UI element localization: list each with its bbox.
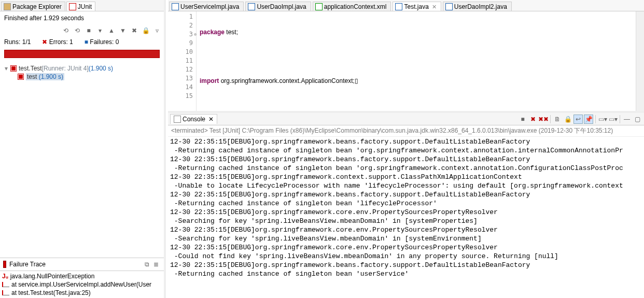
- scroll-lock-button[interactable]: 🔒: [563, 115, 572, 124]
- show-failures-button[interactable]: ✖: [130, 26, 139, 35]
- console-output[interactable]: 12-30 22:35:15[DEBUG]org.springframework…: [168, 137, 644, 298]
- tree-time: (1.900 s): [89, 65, 113, 72]
- trace-line[interactable]: Jᵤjava.lang.NullPointerException: [0, 272, 164, 280]
- rerun-failed-button[interactable]: ⟲: [73, 26, 82, 35]
- java-icon: [248, 3, 255, 10]
- tree-label: test.Test: [19, 65, 42, 72]
- remove-all-button[interactable]: ✖✖: [539, 115, 548, 124]
- view-tab-junit[interactable]: JUnit: [66, 2, 95, 11]
- word-wrap-button[interactable]: ↩: [573, 115, 583, 124]
- remove-launch-button[interactable]: ✖: [528, 115, 538, 124]
- vertical-scrollbar[interactable]: [636, 11, 644, 111]
- view-tab-package-explorer[interactable]: Package Explorer: [1, 2, 65, 11]
- failure-trace-icon: [3, 261, 6, 268]
- stop-button[interactable]: ■: [84, 26, 93, 35]
- terminate-button[interactable]: ■: [518, 115, 527, 124]
- editor-tab[interactable]: UserServiceImpl.java: [169, 2, 244, 11]
- close-icon[interactable]: ✕: [432, 4, 437, 10]
- code-editor[interactable]: package test; import org.springframework…: [197, 11, 636, 111]
- line-gutter[interactable]: 1 2 3 9 10 11 12 13 14 15: [168, 11, 197, 111]
- console-tab[interactable]: Console ✕: [170, 114, 217, 124]
- editor-tab[interactable]: UserDaoImpl.java: [245, 2, 311, 11]
- next-failure-button[interactable]: ▼: [118, 26, 128, 35]
- failures-label: Failures: 0: [85, 38, 119, 46]
- display-console-button[interactable]: ▭▾: [598, 115, 607, 124]
- expand-icon[interactable]: ▾: [3, 65, 9, 72]
- open-console-button[interactable]: ▭▾: [608, 115, 618, 124]
- view-menu-button[interactable]: ▿: [152, 26, 162, 35]
- prev-failure-button[interactable]: ▲: [107, 26, 116, 35]
- maximize-button[interactable]: ▢: [633, 115, 642, 124]
- history-button[interactable]: ▾: [95, 26, 105, 35]
- trace-line[interactable]: at service.impl.UserServiceImpl.addNewUs…: [0, 280, 164, 289]
- console-status: <terminated> Test [JUnit] C:\Program Fil…: [168, 125, 644, 137]
- failure-trace-list: Jᵤjava.lang.NullPointerException at serv…: [0, 271, 164, 298]
- filter-trace-button[interactable]: ⧉: [142, 260, 151, 269]
- java-icon: [445, 3, 453, 10]
- editor-tab[interactable]: applicationContext.xml: [313, 2, 391, 11]
- java-icon: [172, 3, 179, 10]
- editor-tab[interactable]: UserDaoImpl2.java: [443, 2, 512, 11]
- editor-tab-active[interactable]: Test.java✕: [393, 2, 441, 11]
- pin-console-button[interactable]: 📌: [584, 115, 593, 124]
- close-icon[interactable]: ✕: [208, 116, 214, 123]
- xml-icon: [315, 3, 323, 10]
- minimize-button[interactable]: —: [622, 115, 632, 124]
- tree-label: test: [27, 73, 37, 80]
- tree-runner: [Runner: JUnit 4]: [42, 65, 89, 72]
- tree-time: (1.900 s): [37, 73, 63, 80]
- junit-status: Finished after 1.929 seconds: [0, 11, 164, 25]
- compare-button[interactable]: ≣: [151, 260, 161, 269]
- stack-icon: [2, 282, 9, 287]
- junit-icon: [69, 3, 76, 10]
- rerun-button[interactable]: ⟲: [61, 26, 71, 35]
- trace-line[interactable]: at test.Test.test(Test.java:25): [0, 289, 164, 297]
- failure-trace-title: Failure Trace: [9, 261, 46, 268]
- exception-icon: Jᵤ: [2, 273, 8, 280]
- view-tab-label: Package Explorer: [12, 3, 62, 10]
- test-tree-child[interactable]: test (1.900 s): [3, 73, 161, 81]
- view-tab-label: JUnit: [78, 3, 92, 10]
- errors-label: Errors: 1: [42, 38, 73, 46]
- runs-label: Runs: 1/1: [4, 38, 31, 46]
- scroll-lock-button[interactable]: 🔒: [141, 26, 150, 35]
- test-tree-root[interactable]: ▾ test.Test [Runner: JUnit 4] (1.900 s): [3, 64, 161, 73]
- clear-console-button[interactable]: 🗎: [553, 115, 562, 124]
- console-icon: [174, 116, 181, 123]
- error-icon: [18, 74, 24, 80]
- editor-tabs: UserServiceImpl.java UserDaoImpl.java ap…: [168, 0, 644, 11]
- error-icon: [10, 65, 17, 72]
- progress-bar: [4, 50, 160, 58]
- package-icon: [4, 3, 11, 10]
- java-icon: [395, 3, 402, 10]
- stack-icon: [2, 290, 9, 295]
